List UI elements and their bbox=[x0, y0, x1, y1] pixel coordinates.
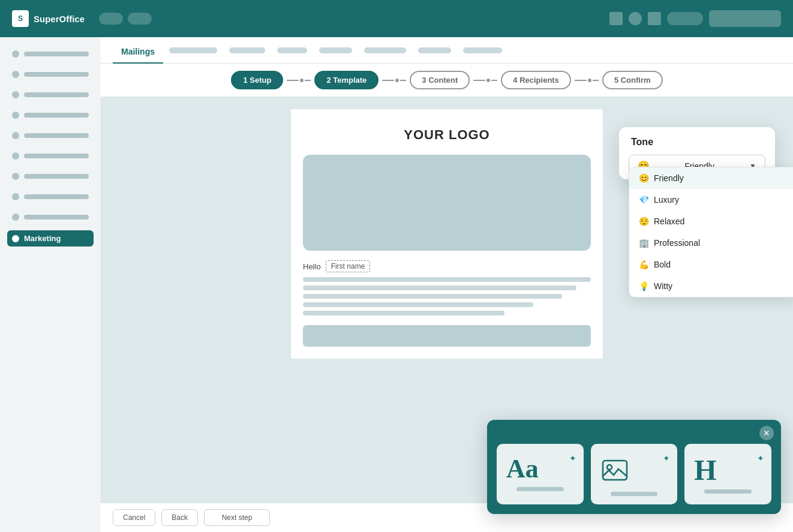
topbar-pill-1 bbox=[99, 13, 123, 25]
tab-pill-6[interactable] bbox=[418, 47, 451, 53]
sidebar-dot-2 bbox=[12, 91, 19, 98]
sidebar-item-3[interactable] bbox=[7, 108, 94, 122]
sparkle-icon-2: ✦ bbox=[663, 453, 670, 463]
top-bar-pills bbox=[99, 13, 152, 25]
content-area: Mailings 1 Setup 2 Template 3 Conte bbox=[101, 37, 793, 532]
tab-pill-4[interactable] bbox=[319, 47, 352, 53]
ai-card-text[interactable]: Aa ✦ bbox=[497, 444, 584, 504]
sidebar-dot-4 bbox=[12, 132, 19, 139]
app-name: SuperOffice bbox=[34, 14, 85, 24]
sidebar-item-6[interactable] bbox=[7, 169, 94, 184]
step-content[interactable]: 3 Content bbox=[410, 71, 470, 89]
tab-pill-2[interactable] bbox=[229, 47, 265, 53]
sidebar-label-7 bbox=[24, 194, 89, 199]
arrow-1 bbox=[287, 79, 311, 82]
sidebar: Marketing bbox=[0, 37, 101, 532]
sidebar-item-marketing[interactable]: Marketing bbox=[7, 230, 94, 247]
main-layout: Marketing Mailings 1 Setup 2 Template bbox=[0, 37, 793, 532]
sidebar-label-marketing: Marketing bbox=[24, 234, 61, 243]
email-content-lines bbox=[291, 277, 603, 325]
email-line-3 bbox=[303, 294, 562, 299]
svg-point-1 bbox=[607, 465, 612, 470]
step-confirm[interactable]: 5 Confirm bbox=[602, 71, 663, 89]
logo: S SuperOffice bbox=[12, 10, 85, 27]
ai-card-heading-top: H ✦ bbox=[694, 456, 762, 485]
tab-pill-1[interactable] bbox=[169, 47, 217, 53]
arrow-2 bbox=[382, 79, 406, 82]
tone-dropdown: 😊 Friendly 💎 Luxury 😌 Relaxed 🏢 Professi… bbox=[629, 167, 793, 297]
sidebar-item-8[interactable] bbox=[7, 210, 94, 224]
tab-mailings[interactable]: Mailings bbox=[113, 41, 163, 64]
tone-option-professional[interactable]: 🏢 Professional bbox=[629, 232, 793, 254]
sidebar-label-8 bbox=[24, 215, 89, 220]
steps-bar: 1 Setup 2 Template 3 Content 4 Recipient… bbox=[101, 64, 793, 97]
step-setup[interactable]: 1 Setup bbox=[231, 71, 283, 89]
tabs-bar: Mailings bbox=[101, 37, 793, 64]
tone-emoji-friendly: 😊 bbox=[639, 173, 649, 183]
tone-option-witty[interactable]: 💡 Witty bbox=[629, 275, 793, 297]
email-line-5 bbox=[303, 311, 504, 315]
email-logo-area: YOUR LOGO bbox=[291, 109, 603, 155]
tone-option-relaxed[interactable]: 😌 Relaxed bbox=[629, 211, 793, 232]
sidebar-dot-marketing bbox=[12, 235, 19, 242]
image-ai-icon bbox=[600, 456, 629, 487]
topbar-square-2[interactable] bbox=[648, 12, 661, 25]
step-recipients[interactable]: 4 Recipients bbox=[501, 71, 571, 89]
ai-card-text-top: Aa ✦ bbox=[506, 456, 574, 482]
sidebar-dot-3 bbox=[12, 112, 19, 119]
top-bar: S SuperOffice bbox=[0, 0, 793, 37]
ai-card-image-label bbox=[611, 492, 658, 496]
sidebar-item-4[interactable] bbox=[7, 128, 94, 143]
tab-pill-7[interactable] bbox=[463, 47, 502, 53]
tone-label-luxury: Luxury bbox=[654, 195, 679, 205]
ai-card-text-label bbox=[516, 487, 564, 491]
tone-option-friendly[interactable]: 😊 Friendly bbox=[629, 167, 793, 189]
sidebar-item-1[interactable] bbox=[7, 67, 94, 82]
topbar-square-1[interactable] bbox=[609, 12, 623, 25]
tone-emoji-relaxed: 😌 bbox=[639, 217, 649, 226]
sidebar-item-5[interactable] bbox=[7, 149, 94, 163]
sidebar-label-2 bbox=[24, 92, 89, 97]
sidebar-label-0 bbox=[24, 52, 89, 56]
ai-card-image[interactable]: ✦ bbox=[591, 444, 678, 504]
sidebar-item-2[interactable] bbox=[7, 88, 94, 102]
sparkle-icon-1: ✦ bbox=[569, 453, 576, 463]
tone-option-luxury[interactable]: 💎 Luxury bbox=[629, 189, 793, 211]
sidebar-dot-6 bbox=[12, 173, 19, 180]
back-button[interactable]: Back bbox=[161, 509, 198, 526]
tab-pill-3[interactable] bbox=[277, 47, 307, 53]
email-line-4 bbox=[303, 302, 533, 307]
sidebar-label-5 bbox=[24, 154, 89, 158]
email-image-placeholder bbox=[303, 155, 591, 251]
ai-card-heading[interactable]: H ✦ bbox=[684, 444, 771, 504]
email-line-2 bbox=[303, 285, 576, 290]
tone-label-friendly: Friendly bbox=[654, 173, 684, 183]
sidebar-dot-8 bbox=[12, 214, 19, 221]
email-hello: Hello bbox=[303, 262, 321, 271]
sidebar-label-4 bbox=[24, 133, 89, 138]
tone-label-relaxed: Relaxed bbox=[654, 217, 684, 226]
ai-panel-header: ✕ bbox=[487, 420, 781, 444]
top-bar-right bbox=[609, 10, 781, 27]
sidebar-item-0[interactable] bbox=[7, 47, 94, 61]
tab-pill-5[interactable] bbox=[364, 47, 406, 53]
cancel-button[interactable]: Cancel bbox=[113, 509, 155, 526]
tone-emoji-professional: 🏢 bbox=[639, 238, 649, 248]
ai-panel-close-button[interactable]: ✕ bbox=[759, 426, 774, 440]
logo-icon: S bbox=[12, 10, 29, 27]
sidebar-dot-1 bbox=[12, 71, 19, 78]
tone-panel: Tone 😊 Friendly ▼ 😊 Friendly 💎 Luxury 😌 bbox=[619, 127, 775, 179]
tone-title: Tone bbox=[619, 127, 775, 155]
email-cta bbox=[303, 325, 591, 347]
step-template[interactable]: 2 Template bbox=[314, 71, 379, 89]
tone-option-bold[interactable]: 💪 Bold bbox=[629, 254, 793, 275]
ai-panel-cards: Aa ✦ ✦ bbox=[487, 444, 781, 504]
sidebar-item-7[interactable] bbox=[7, 190, 94, 204]
text-ai-icon: Aa bbox=[506, 456, 539, 482]
tone-label-witty: Witty bbox=[654, 281, 672, 291]
topbar-circle[interactable] bbox=[629, 12, 642, 25]
sidebar-dot-0 bbox=[12, 50, 19, 58]
next-step-button[interactable]: Next step bbox=[204, 509, 270, 526]
topbar-action-btn[interactable] bbox=[709, 10, 781, 27]
email-first-name: First name bbox=[326, 260, 371, 272]
